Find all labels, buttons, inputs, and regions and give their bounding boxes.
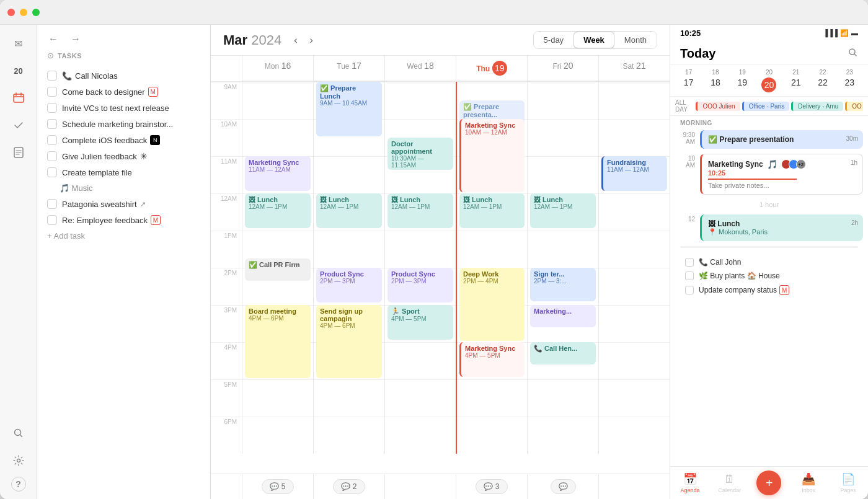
all-day-oo[interactable]: OO [845, 102, 863, 111]
count-badge-fri[interactable]: 💬 [551, 479, 576, 494]
day-header-thu: Thu 19 [456, 56, 527, 81]
task-checkbox[interactable] [47, 199, 57, 209]
event-thu-marketing2[interactable]: Marketing Sync 4PM — 5PM [459, 342, 525, 377]
inbox-icon[interactable]: ✉ [7, 32, 30, 55]
event-tue-prepare[interactable]: ✅ Prepare Lunch 9AM — 10:45AM [316, 82, 382, 136]
search-icon[interactable] [7, 422, 30, 444]
task-give-julien[interactable]: Give Julien feedback ✳ [45, 148, 203, 164]
event-thu-lunch[interactable]: 🖼 Lunch 12AM — 1PM [459, 193, 525, 228]
task-music[interactable]: 🎵 Music [45, 180, 203, 196]
prev-button[interactable]: ‹ [289, 32, 302, 48]
task-create-template[interactable]: Create template file [45, 164, 203, 180]
phone-nav-fab[interactable]: + [750, 470, 789, 495]
phone-nav-inbox[interactable]: 📥 Inbox [789, 472, 828, 493]
event-mon-board[interactable]: Board meeting 4PM — 6PM [245, 305, 311, 378]
phone-task-calljohn[interactable]: 📞 Call John [680, 255, 858, 269]
phone-task-cb[interactable] [685, 258, 694, 267]
phone-ev-duration-1h: 1h [851, 159, 857, 166]
all-day-ooo[interactable]: OOO Julien [696, 102, 740, 111]
count-badge-tue[interactable]: 💬 2 [333, 479, 365, 494]
task-checkbox[interactable] [47, 87, 57, 97]
event-wed-doctor[interactable]: Doctor appointment 10:30AM — 11:15AM [388, 138, 453, 170]
tab-5day[interactable]: 5-day [534, 32, 574, 48]
count-badge-thu[interactable]: 💬 3 [476, 479, 507, 494]
phone-week-day-21[interactable]: 2121 [782, 69, 809, 92]
phone-event-card-prepare[interactable]: ✅ Prepare presentation 30m [700, 130, 863, 149]
phone-week-day-23[interactable]: 2323 [836, 69, 863, 92]
event-wed-lunch[interactable]: 🖼 Lunch 12AM — 1PM [388, 193, 453, 228]
next-button[interactable]: › [305, 32, 318, 48]
phone-week-day-22[interactable]: 2222 [809, 69, 836, 92]
task-label: Invite VCs to test next release [62, 104, 200, 113]
phone-week-day-20[interactable]: 2020 [756, 69, 782, 92]
phone-nav-agenda[interactable]: 📅 Agenda [670, 472, 710, 493]
event-fri-lunch[interactable]: 🖼 Lunch 12AM — 1PM [530, 193, 596, 228]
event-tue-lunch[interactable]: 🖼 Lunch 12AM — 1PM [316, 193, 382, 228]
tasks-panel: ← → ⊙ TASKS 📞 Call Nicolas Come back to … [37, 25, 211, 499]
event-fri-sign[interactable]: Sign ter... 2PM — 3:... [530, 268, 596, 301]
task-checkbox[interactable] [47, 151, 57, 161]
calendar-icon[interactable] [7, 87, 30, 109]
forward-arrow[interactable]: → [67, 32, 84, 46]
battery-icon: ▬ [851, 29, 858, 37]
task-employee-feedback[interactable]: Re: Employee feedback M [45, 212, 203, 228]
phone-search-icon[interactable] [848, 48, 858, 60]
phone-task-buyplants[interactable]: 🌿 Buy plants 🏠 House [680, 269, 858, 283]
event-fri-callhen[interactable]: 📞 Call Hen... [530, 342, 596, 364]
event-tue-product[interactable]: Product Sync 2PM — 3PM [316, 268, 382, 302]
task-checkbox[interactable] [47, 71, 57, 81]
task-checkbox[interactable] [47, 167, 57, 177]
event-fri-marketing[interactable]: Marketing... [530, 305, 596, 327]
phone-panel: 10:25 ▐▐▐ 📶 ▬ Today [670, 25, 868, 499]
task-checkbox[interactable] [47, 215, 57, 225]
event-thu-deepwork[interactable]: Deep Work 2PM — 4PM [459, 268, 525, 341]
phone-task-cb[interactable] [685, 286, 694, 294]
close-button[interactable] [7, 9, 15, 16]
view-tabs: 5-day Week Month [533, 31, 657, 49]
phone-task-cb[interactable] [685, 272, 694, 280]
task-checkbox[interactable] [47, 135, 57, 145]
minimize-button[interactable] [20, 9, 27, 16]
date-icon[interactable]: 20 [7, 60, 30, 82]
event-sat-fundraising[interactable]: Fundraising 11AM — 12AM [601, 156, 667, 191]
phone-task-companystatus[interactable]: Update company status M [680, 283, 858, 298]
event-mon-marketing[interactable]: Marketing Sync 11AM — 12AM [245, 156, 311, 191]
count-badge-mon[interactable]: 💬 5 [262, 479, 293, 494]
all-day-delivery[interactable]: Delivery - Amu [791, 102, 843, 111]
task-schedule-marketing[interactable]: Schedule marketing brainstor... [45, 116, 203, 132]
phone-nav-pages[interactable]: 📄 Pages [828, 472, 868, 493]
phone-event-card-lunch[interactable]: 🖼 Lunch 📍 Mokonuts, Paris 2h [700, 214, 863, 241]
event-mon-callpr[interactable]: ✅ Call PR Firm [245, 258, 311, 281]
phone-event-card-marketing[interactable]: Marketing Sync 🎵 +2 10:25 Take private n… [700, 154, 863, 195]
help-icon[interactable]: ? [11, 477, 26, 492]
event-thu-marketing[interactable]: Marketing Sync 10AM — 12AM [459, 119, 525, 192]
check-icon[interactable] [7, 114, 30, 136]
event-mon-lunch[interactable]: 🖼 Lunch 12AM — 1PM [245, 193, 311, 228]
time-2pm: 2PM [211, 268, 242, 305]
task-complete-ios[interactable]: Complete iOS feedback N [45, 132, 203, 148]
back-arrow[interactable]: ← [45, 32, 62, 46]
fullscreen-button[interactable] [32, 9, 40, 16]
task-invite-vcs[interactable]: Invite VCs to test next release [45, 100, 203, 116]
task-come-back-designer[interactable]: Come back to designer M [45, 84, 203, 100]
notes-icon[interactable] [7, 141, 30, 164]
phone-nav-calendar[interactable]: 🗓 Calendar [710, 473, 750, 493]
event-wed-sport[interactable]: 🏃 Sport 4PM — 5PM [388, 305, 453, 340]
event-tue-signup[interactable]: Send sign up campagin 4PM — 6PM [316, 305, 382, 378]
event-wed-product[interactable]: Product Sync 2PM — 3PM [388, 268, 453, 302]
task-call-nicolas[interactable]: 📞 Call Nicolas [45, 68, 203, 84]
phone-week-day-19[interactable]: 1919 [729, 69, 756, 92]
phone-week-day-18[interactable]: 1818 [702, 69, 728, 92]
task-checkbox[interactable] [47, 103, 57, 113]
fab-button[interactable]: + [756, 470, 781, 495]
tab-month[interactable]: Month [614, 32, 657, 48]
phone-ev-marketing-title: Marketing Sync [708, 160, 763, 169]
all-day-office[interactable]: Office - Paris [742, 102, 790, 111]
task-checkbox[interactable] [47, 119, 57, 129]
add-task-button[interactable]: + Add task [45, 228, 203, 244]
settings-icon[interactable] [7, 449, 30, 472]
task-patagonia[interactable]: Patagonia sweatshirt ↗ [45, 196, 203, 212]
phone-week-day-17[interactable]: 1717 [675, 69, 702, 92]
tab-week[interactable]: Week [574, 32, 614, 48]
phone-week-strip: 1717 1818 1919 2020 2121 2222 2323 [670, 65, 868, 97]
